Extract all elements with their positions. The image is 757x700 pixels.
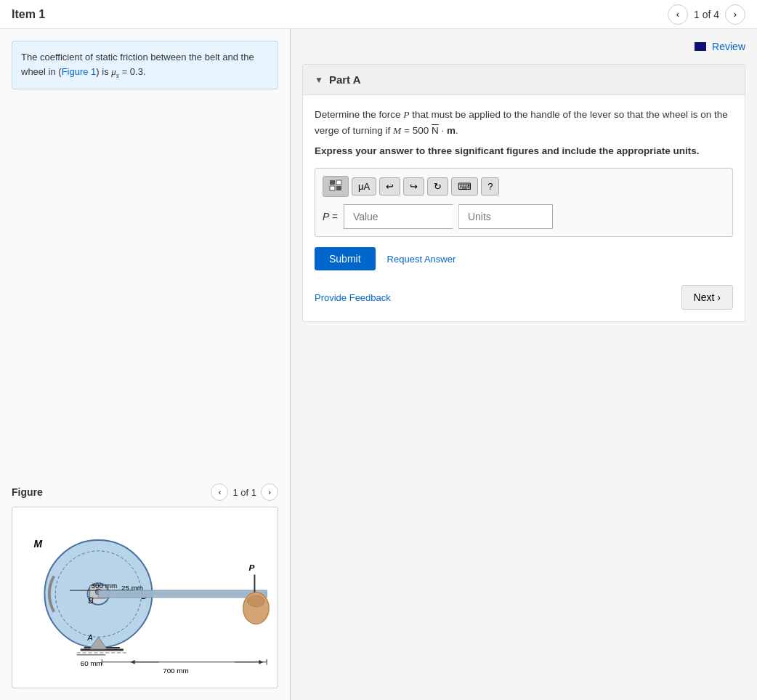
- figure-nav: ‹ 1 of 1 ›: [211, 483, 278, 501]
- svg-text:300 mm: 300 mm: [92, 582, 118, 590]
- provide-feedback-link[interactable]: Provide Feedback: [315, 292, 391, 303]
- keyboard-icon: ⌨: [458, 181, 471, 192]
- info-box: The coefficient of static friction betwe…: [12, 41, 278, 89]
- refresh-button[interactable]: ↻: [427, 177, 448, 196]
- svg-text:B: B: [89, 596, 94, 605]
- problem-text: Determine the force P that must be appli…: [315, 107, 733, 138]
- undo-button[interactable]: ↩: [379, 177, 400, 196]
- undo-icon: ↩: [386, 181, 394, 192]
- left-panel: The coefficient of static friction betwe…: [0, 29, 291, 700]
- main-layout: The coefficient of static friction betwe…: [0, 29, 757, 700]
- svg-rect-35: [336, 186, 341, 190]
- next-label: Next: [694, 291, 715, 303]
- page-title: Item 1: [12, 8, 45, 21]
- figure-page-indicator: 1 of 1: [232, 487, 256, 498]
- svg-rect-14: [98, 590, 267, 598]
- block-icon-svg: [329, 180, 342, 191]
- figure-svg-container: M 300 mm: [12, 507, 278, 688]
- right-panel: Review ▼ Part A Determine the force P th…: [291, 29, 757, 700]
- next-button[interactable]: Next ›: [681, 285, 733, 310]
- review-link[interactable]: Review: [695, 41, 745, 52]
- part-a-header[interactable]: ▼ Part A: [303, 65, 745, 95]
- review-link-container: Review: [302, 41, 745, 52]
- p-equals-label: P =: [323, 211, 338, 222]
- help-icon: ?: [487, 181, 493, 192]
- engineering-figure: M 300 mm: [12, 510, 278, 685]
- page-indicator: 1 of 4: [694, 9, 719, 20]
- value-input[interactable]: [344, 204, 453, 229]
- input-row: P =: [323, 204, 725, 229]
- svg-text:700 mm: 700 mm: [163, 667, 189, 675]
- svg-rect-32: [330, 180, 335, 185]
- prev-item-button[interactable]: ‹: [668, 4, 688, 25]
- figure-link[interactable]: Figure 1: [62, 66, 97, 77]
- info-text-after-link: ) is: [96, 66, 111, 77]
- review-label: Review: [712, 41, 745, 52]
- submit-button[interactable]: Submit: [315, 247, 376, 270]
- svg-text:P: P: [249, 563, 255, 573]
- units-input[interactable]: [458, 204, 553, 229]
- review-icon: [695, 42, 706, 51]
- next-item-button[interactable]: ›: [725, 4, 745, 25]
- svg-point-18: [248, 595, 265, 607]
- svg-text:A: A: [87, 633, 93, 642]
- svg-text:M: M: [34, 538, 43, 550]
- request-answer-link[interactable]: Request Answer: [387, 254, 456, 265]
- svg-rect-34: [330, 186, 335, 190]
- info-math: μs = 0.3.: [111, 66, 145, 77]
- figure-next-button[interactable]: ›: [261, 483, 278, 501]
- block-format-button[interactable]: [323, 176, 349, 197]
- refresh-icon: ↻: [434, 181, 442, 192]
- svg-text:60 mm: 60 mm: [81, 659, 102, 667]
- answer-area: μA ↩ ↪ ↻ ⌨: [315, 168, 733, 237]
- figure-header: Figure ‹ 1 of 1 ›: [12, 483, 278, 501]
- figure-box: M 300 mm: [12, 507, 278, 688]
- problem-bold-instruction: Express your answer to three significant…: [315, 145, 733, 156]
- answer-toolbar: μA ↩ ↪ ↻ ⌨: [323, 176, 725, 197]
- micro-a-label: μA: [358, 181, 370, 192]
- micro-a-button[interactable]: μA: [352, 177, 376, 196]
- svg-rect-33: [336, 180, 341, 185]
- part-a-body: Determine the force P that must be appli…: [303, 95, 745, 321]
- header-navigation: ‹ 1 of 4 ›: [668, 4, 745, 25]
- next-chevron-icon: ›: [717, 291, 721, 303]
- keyboard-button[interactable]: ⌨: [451, 177, 478, 196]
- figure-title: Figure: [12, 486, 43, 498]
- redo-button[interactable]: ↪: [403, 177, 424, 196]
- figure-prev-button[interactable]: ‹: [211, 483, 228, 501]
- part-a-section: ▼ Part A Determine the force P that must…: [302, 64, 745, 322]
- action-row: Submit Request Answer: [315, 247, 733, 270]
- feedback-row: Provide Feedback Next ›: [315, 285, 733, 310]
- redo-icon: ↪: [410, 181, 418, 192]
- part-a-title: Part A: [329, 73, 361, 86]
- figure-section: Figure ‹ 1 of 1 › M: [12, 483, 278, 688]
- help-button[interactable]: ?: [481, 177, 499, 196]
- block-icon: [329, 180, 342, 193]
- part-a-collapse-arrow: ▼: [315, 75, 323, 85]
